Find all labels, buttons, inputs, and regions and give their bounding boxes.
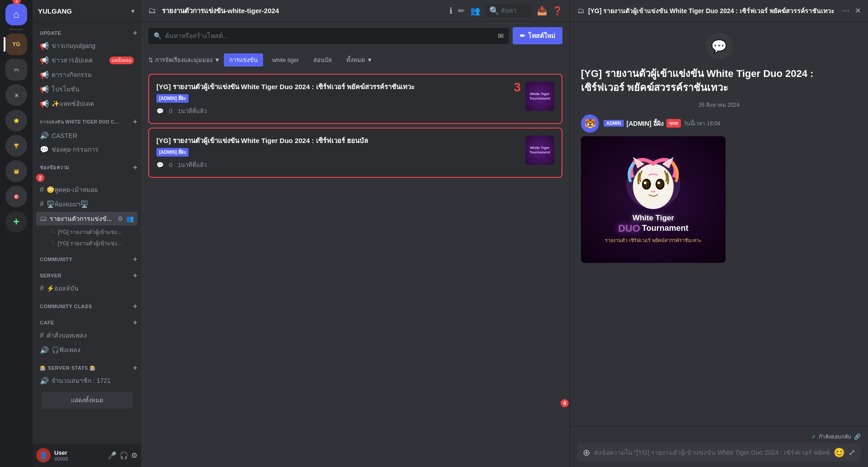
category-server-add[interactable]: + <box>133 272 137 280</box>
home-server-icon[interactable]: ⌂ <box>5 4 27 25</box>
forum-header: 🗂 รายงานตัวการแข่งขัน-white-tiger-2024 ℹ… <box>141 0 570 22</box>
thread-time: วันนี้เวลา 18:04 <box>684 119 720 128</box>
channel-lyrics[interactable]: # คำสั่งบอทเพลง <box>36 329 137 342</box>
more-icon[interactable]: ⋯ <box>842 6 849 15</box>
category-community-class-add[interactable]: + <box>133 302 137 310</box>
show-all-button[interactable]: แสดงทั้งหมด <box>41 392 132 409</box>
category-messages[interactable]: ช่องข้อความ + <box>33 157 141 173</box>
post-card-2[interactable]: [YG] รายงานตัวผู้เข้าแข่งขัน White Tiger… <box>148 128 562 178</box>
search-input-container[interactable]: 🔍 ✉ <box>148 28 509 44</box>
category-server-stats[interactable]: 🎰 SERVER STATS 🎰 + <box>33 357 141 374</box>
forum-channel-name: รายงานตัวการแข่งขัน-white-tiger-2024 <box>162 5 279 16</box>
text-icon-2: # <box>40 186 44 194</box>
edit-icon[interactable]: ✏ <box>458 6 465 16</box>
mute-icon[interactable]: 🎤 <box>108 451 117 460</box>
server-icon-4[interactable]: 🌟 <box>5 110 27 131</box>
category-community-add[interactable]: + <box>133 255 137 263</box>
voice-icon-3: 🔊 <box>40 376 49 385</box>
voice-icon-2: 🔊 <box>40 346 49 354</box>
category-messages-label: ช่องข้อความ <box>40 163 69 172</box>
category-competition[interactable]: การแข่งขัน WHITE TIGER DUO C... + <box>33 111 141 128</box>
white-tiger-banner: White Tiger DUO Tournament รายงานตัว เซิ… <box>581 136 726 263</box>
admin-badge-right: ADMIN <box>604 120 624 127</box>
close-icon[interactable]: ✕ <box>855 6 861 15</box>
thread-item-2[interactable]: └ [YG] รายงานตัวผู้เข้าแข่ง... <box>36 238 137 249</box>
thread-author-name: [ADMIN] อี้ผิง <box>627 119 664 129</box>
category-update[interactable]: UPDATE + <box>33 23 141 39</box>
category-cafe-add[interactable]: + <box>133 319 137 327</box>
emoji-button[interactable]: 😊 <box>834 447 845 458</box>
announcement-icon-2: 📢 <box>40 56 49 65</box>
search-input[interactable] <box>165 32 498 39</box>
user-name: User <box>54 449 68 456</box>
category-server-stats-add[interactable]: + <box>133 364 137 372</box>
post-new-button[interactable]: ✏ โพสต์ใหม่ <box>513 27 562 44</box>
channel-sidebar: YULGANG ▼ UPDATE + 📢 ข่าวเกมyulgang 📢 ข่… <box>33 0 141 467</box>
deafen-icon[interactable]: 🎧 <box>119 451 128 460</box>
add-server-icon[interactable]: + <box>5 211 27 233</box>
post-2-time: 1นาทีที่แล้ว <box>178 160 207 170</box>
channel-forum1[interactable]: 🗂 รายงานตัวการแข่งขั... ⚙ 👥 <box>36 212 137 225</box>
hash-icon: # <box>40 284 44 292</box>
help-icon[interactable]: ❓ <box>552 6 562 16</box>
add-attachment-button[interactable]: ⊕ <box>583 447 590 458</box>
category-add-btn[interactable]: + <box>133 29 137 37</box>
channel-discuss[interactable]: 💬 ช่องคุย-กรรมการ <box>36 143 137 156</box>
channel-chat1[interactable]: # 😳พูดคุย-เม้าหมอย <box>36 183 137 196</box>
post-1-thumbnail: White TigerTournament <box>525 82 554 111</box>
channel-update[interactable]: 📢 ข่าวสารอัปเดต แห่ทั้งหลอ <box>36 53 137 67</box>
envelope-icon[interactable]: ✉ <box>498 32 504 40</box>
thread-item-1[interactable]: └ [YG] รายงานตัวผู้เข้าแข่ง... <box>36 226 137 238</box>
settings-icon[interactable]: ⚙ <box>118 215 123 222</box>
category-server[interactable]: SERVER + <box>33 265 141 281</box>
sort-dropdown-icon: ▼ <box>214 57 220 63</box>
filter-all[interactable]: ทั้งหมด ▼ <box>341 53 378 67</box>
channel-news-label: ข่าวเกมyulgang <box>52 41 134 51</box>
category-community-class[interactable]: COMMUNITY CLASS + <box>33 296 141 312</box>
announcement-icon: 📢 <box>40 42 49 50</box>
channel-news[interactable]: 📢 ข่าวเกมyulgang <box>36 39 137 52</box>
svg-point-7 <box>657 181 660 184</box>
server-icon-3[interactable]: ⚔ <box>5 84 27 106</box>
header-search-input[interactable] <box>501 7 528 14</box>
expand-button[interactable]: ⤢ <box>849 448 855 457</box>
category-community[interactable]: COMMUNITY + <box>33 249 141 265</box>
channel-chat2[interactable]: # 🖥️ห้องคอมฯ🖥️ <box>36 197 137 211</box>
category-messages-add[interactable]: + <box>133 163 137 172</box>
server-icon-6[interactable]: 👑 <box>5 160 27 182</box>
thread-date: 26 สิงหาคม 2024 <box>581 100 857 109</box>
members-icon[interactable]: 👥 <box>470 6 480 16</box>
user-bar-icons: 🎤 🎧 ⚙ <box>108 451 137 460</box>
channel-caster[interactable]: 🔊 CASTER <box>36 129 137 142</box>
server-icon-2[interactable]: 🎮 <box>5 59 27 81</box>
thread-item-1-label: [YG] รายงานตัวผู้เข้าแข่ง... <box>58 228 122 236</box>
message-input[interactable] <box>594 449 830 456</box>
show-all-container: แสดงทั้งหมด <box>36 392 137 409</box>
server-header[interactable]: YULGANG ▼ <box>33 0 141 23</box>
announcement-icon-5: 📢 <box>40 100 49 108</box>
settings-user-icon[interactable]: ⚙ <box>131 451 137 460</box>
category-cafe[interactable]: CAFE + <box>33 312 141 329</box>
server-header-arrow: ▼ <box>130 8 136 14</box>
channel-chat1-label: 😳พูดคุย-เม้าหมอย <box>47 185 134 195</box>
gear-icon[interactable]: 👥 <box>126 215 134 222</box>
filter-white-tiger[interactable]: white tiger <box>267 55 304 65</box>
filter-competition[interactable]: การแข่งขัน <box>224 53 263 67</box>
channel-schedule[interactable]: 📢 ตารางกิจกรรม <box>36 68 137 81</box>
channel-chat2-label: 🖥️ห้องคอมฯ🖥️ <box>47 199 134 209</box>
inbox-icon[interactable]: 📥 <box>537 6 547 16</box>
channel-patch[interactable]: 📢 ✨แพทช์อัปเดต <box>36 97 137 110</box>
link-icon[interactable]: 🔗 <box>854 434 861 440</box>
server-icon-7[interactable]: 🎯 <box>5 186 27 207</box>
server-icon-yulgang[interactable]: YG <box>5 33 27 55</box>
server-icon-5[interactable]: 🏆 <box>5 135 27 157</box>
channel-listen[interactable]: 🔊 🎧ฟังเพลง <box>36 343 137 357</box>
channel-hall[interactable]: # ⚡ฮอลล์บัน <box>36 281 137 295</box>
post-card-1[interactable]: 3 [YG] รายงานตัวผู้เข้าแข่งขัน White Tig… <box>148 74 562 124</box>
filter-tutorial[interactable]: สอนบัล <box>308 53 337 67</box>
category-competition-add[interactable]: + <box>133 118 137 126</box>
sort-button[interactable]: ⇅ การจัดเรียงและมุมมอง ▼ <box>148 55 220 65</box>
info-icon[interactable]: ℹ <box>449 6 453 16</box>
channel-promo[interactable]: 📢 โปรโมชัน <box>36 82 137 96</box>
search-bar-small[interactable]: 🔍 ค้นหาหรือสร้างโพสต์... <box>486 4 532 18</box>
